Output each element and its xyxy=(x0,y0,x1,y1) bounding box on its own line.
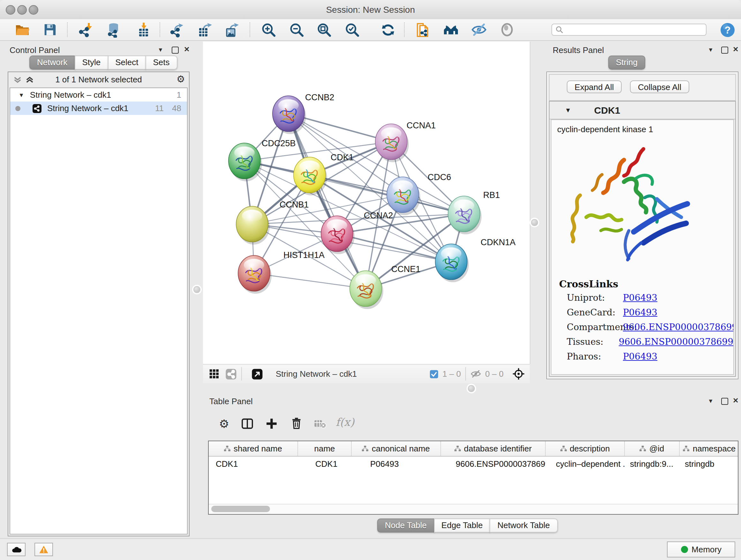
table-panel-close-icon[interactable]: ✕ xyxy=(733,396,738,405)
network-node[interactable]: CDK1 xyxy=(293,152,354,195)
right-splitter-handle[interactable] xyxy=(531,219,538,226)
crosslink-genecard-link[interactable]: P06493 xyxy=(623,307,657,322)
export-image-icon[interactable] xyxy=(223,22,239,38)
help-icon[interactable]: ? xyxy=(719,22,735,38)
import-network-database-icon[interactable] xyxy=(105,22,121,38)
disclosure-triangle-icon[interactable]: ▼ xyxy=(18,91,24,98)
show-graphics-details-icon[interactable] xyxy=(499,22,515,38)
memory-button[interactable]: Memory xyxy=(667,542,735,557)
tab-edge-table[interactable]: Edge Table xyxy=(434,518,490,533)
share-document-icon[interactable] xyxy=(414,22,430,38)
control-panel-title: Control Panel xyxy=(10,45,60,55)
network-node[interactable]: HIST1H1A xyxy=(238,250,325,294)
horizontal-splitter-handle[interactable] xyxy=(468,385,475,392)
tab-network-table[interactable]: Network Table xyxy=(490,518,557,533)
tab-string[interactable]: String xyxy=(608,56,645,70)
column-header[interactable]: description xyxy=(546,441,625,456)
zoom-out-icon[interactable] xyxy=(288,22,305,38)
function-builder-icon[interactable]: f(x) xyxy=(336,416,354,428)
results-panel: Results Panel ▼ ✕ String Expand All Coll… xyxy=(542,42,741,383)
status-separator xyxy=(465,367,466,381)
network-status-bar: String Network – cdk1 1 – 0 0 – 0 xyxy=(203,364,530,383)
column-header[interactable]: database identifier xyxy=(441,441,546,456)
network-edge-count: 48 xyxy=(172,104,181,113)
table-panel-menu-icon[interactable]: ▼ xyxy=(708,398,714,404)
crosslink-label: Tissues: xyxy=(567,336,619,351)
crosslink-label: Pharos: xyxy=(567,351,623,366)
scrollbar-thumb[interactable] xyxy=(211,506,270,512)
tab-select[interactable]: Select xyxy=(108,56,146,70)
hide-graphics-icon[interactable] xyxy=(471,22,487,38)
network-node[interactable]: CDKN1A xyxy=(435,238,516,282)
tab-network[interactable]: Network xyxy=(29,56,75,70)
network-view-title: String Network – cdk1 xyxy=(276,369,357,379)
table-settings-gear-icon[interactable]: ⚙ xyxy=(219,417,229,431)
results-panel-close-icon[interactable]: ✕ xyxy=(733,45,738,54)
control-panel-menu-icon[interactable]: ▼ xyxy=(158,47,163,53)
collection-name: String Network – cdk1 xyxy=(30,90,111,100)
collapse-all-button[interactable]: Collapse All xyxy=(630,80,689,93)
results-content-box: Expand All Collapse All ▼ CDK1 cyclin-de… xyxy=(546,71,738,379)
crosslink-tissues-link[interactable]: 9606.ENSP00000378699 xyxy=(619,336,733,351)
tab-sets[interactable]: Sets xyxy=(145,56,177,70)
import-table-file-icon[interactable] xyxy=(135,22,151,38)
toolbar-separator xyxy=(67,22,68,37)
control-panel-float-icon[interactable] xyxy=(172,47,179,54)
cdk1-section-header[interactable]: ▼ CDK1 xyxy=(549,102,735,119)
tab-node-table[interactable]: Node Table xyxy=(377,518,434,533)
expand-all-button[interactable]: Expand All xyxy=(567,80,622,93)
grid-view-icon[interactable] xyxy=(209,368,219,379)
zoom-fit-icon[interactable] xyxy=(316,22,332,38)
show-columns-icon[interactable] xyxy=(241,418,253,430)
crosslink-uniprot-link[interactable]: P06493 xyxy=(623,293,657,307)
crosslinks-heading: CrossLinks xyxy=(559,278,618,290)
column-header[interactable]: namespace xyxy=(680,441,739,456)
cloud-status-button[interactable] xyxy=(7,543,25,556)
network-collection-row[interactable]: ▼ String Network – cdk1 1 xyxy=(10,88,187,102)
clear-table-icon[interactable] xyxy=(314,419,326,429)
column-header[interactable]: @id xyxy=(625,441,680,456)
refresh-icon[interactable] xyxy=(380,22,396,38)
results-panel-title: Results Panel xyxy=(553,45,604,55)
export-network-icon[interactable] xyxy=(169,22,185,38)
control-panel-close-icon[interactable]: ✕ xyxy=(184,45,190,54)
open-session-icon[interactable] xyxy=(14,22,30,38)
import-network-file-icon[interactable] xyxy=(78,22,94,38)
birdseye-crosshair-icon[interactable] xyxy=(513,368,525,380)
column-header[interactable]: shared name xyxy=(209,441,298,456)
crosslink-compartments-link[interactable]: 9606.ENSP00000378699 xyxy=(623,322,734,336)
share-view-icon[interactable] xyxy=(225,368,237,380)
table-horizontal-scrollbar[interactable] xyxy=(209,504,738,514)
tab-style[interactable]: Style xyxy=(74,56,108,70)
save-session-icon[interactable] xyxy=(42,22,58,38)
export-table-icon[interactable] xyxy=(197,22,212,38)
section-disclosure-icon[interactable]: ▼ xyxy=(565,107,571,114)
table-row[interactable]: CDK1 CDK1 P06493 9606.ENSP00000378699 cy… xyxy=(209,456,738,471)
results-panel-menu-icon[interactable]: ▼ xyxy=(708,47,714,53)
network-node[interactable]: CCNB2 xyxy=(273,92,334,134)
search-input[interactable] xyxy=(551,23,706,36)
open-in-window-icon[interactable] xyxy=(252,368,263,380)
zoom-selected-icon[interactable] xyxy=(344,22,360,38)
network-row-selected[interactable]: String Network – cdk1 11 48 xyxy=(10,102,187,115)
window-title: Session: New Session xyxy=(0,4,741,15)
selected-checkbox-icon[interactable] xyxy=(429,369,439,378)
network-node[interactable]: CCNE1 xyxy=(350,264,421,309)
crosslink-pharos-link[interactable]: P06493 xyxy=(623,351,657,366)
table-panel-float-icon[interactable] xyxy=(721,398,728,405)
network-node[interactable]: RB1 xyxy=(448,190,500,234)
column-header[interactable]: canonical name xyxy=(352,441,441,456)
warning-status-button[interactable] xyxy=(35,543,53,556)
status-separator xyxy=(241,367,242,381)
add-column-icon[interactable] xyxy=(266,418,278,430)
network-options-gear-icon[interactable]: ⚙ xyxy=(177,73,185,85)
left-splitter-handle[interactable] xyxy=(193,286,200,293)
column-header[interactable]: name xyxy=(298,441,352,456)
cloud-icon xyxy=(11,546,21,553)
delete-column-icon[interactable] xyxy=(290,417,302,430)
results-panel-float-icon[interactable] xyxy=(721,47,728,54)
home-pages-icon[interactable] xyxy=(443,22,459,38)
zoom-in-icon[interactable] xyxy=(260,22,276,38)
network-canvas[interactable]: CCNB2CCNA1CDC25BCDK1CDC6RB1CCNB1CCNA2HIS… xyxy=(203,42,530,364)
control-panel-tab-bar: Network Style Select Sets xyxy=(29,56,178,70)
